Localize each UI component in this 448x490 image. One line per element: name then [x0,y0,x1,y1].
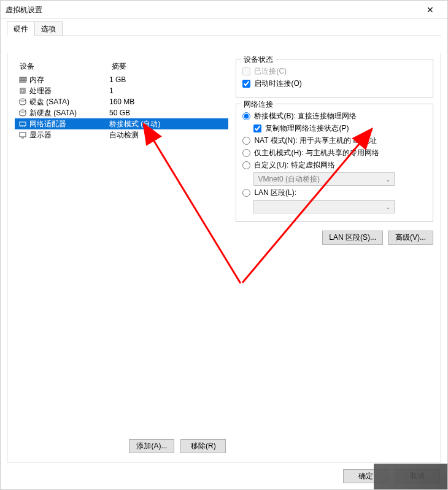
tab-hardware[interactable]: 硬件 [7,21,35,36]
network-legend: 网络连接 [241,99,276,110]
chevron-down-icon: ⌄ [385,204,390,210]
svg-rect-9 [20,122,26,126]
device-row[interactable]: 新硬盘 (SATA)50 GB [15,107,228,118]
window-title: 虚拟机设置 [6,1,42,19]
device-row[interactable]: 处理器1 [15,85,228,96]
svg-rect-0 [20,77,21,81]
device-summary: 1 [109,86,228,95]
device-summary: 50 GB [109,109,228,117]
titlebar: 虚拟机设置 ✕ [1,1,447,19]
hostonly-label: 仅主机模式(H): 与主机共享的专用网络 [254,148,379,158]
connect-on-start-label: 启动时连接(O) [254,78,301,89]
replicate-checkbox[interactable] [253,124,261,132]
display-icon [17,130,28,140]
device-list[interactable]: 内存1 GB处理器1硬盘 (SATA)160 MB新硬盘 (SATA)50 GB… [15,74,228,435]
net-icon [17,119,28,129]
device-summary: 1 GB [109,75,228,84]
tab-options[interactable]: 选项 [34,21,63,36]
custom-vmnet-dropdown: VMnet0 (自动桥接) ⌄ [253,172,395,186]
connected-checkbox [242,67,250,75]
hostonly-radio[interactable] [242,149,250,157]
device-list-header: 设备 摘要 [15,59,228,74]
replicate-label: 复制物理网络连接状态(P) [265,123,349,134]
corner-overlay [374,464,447,489]
lan-radio[interactable] [242,189,250,197]
device-row[interactable]: 显示器自动检测 [15,129,228,140]
bridged-radio[interactable] [242,112,250,120]
lan-label: LAN 区段(L): [254,188,296,198]
svg-rect-1 [21,77,23,81]
add-button[interactable]: 添加(A)... [129,439,174,453]
cpu-icon [17,86,28,96]
vm-settings-dialog: 虚拟机设置 ✕ 硬件 选项 设备 摘要 内存1 GB处理器1硬盘 (SATA)1… [0,0,448,490]
custom-radio[interactable] [242,161,250,169]
device-row[interactable]: 内存1 GB [15,74,228,85]
svg-point-7 [20,99,26,101]
device-summary: 桥接模式 (自动) [109,119,228,129]
advanced-button[interactable]: 高级(V)... [388,231,433,245]
close-icon[interactable]: ✕ [418,1,442,19]
svg-rect-2 [23,77,25,81]
nat-label: NAT 模式(N): 用于共享主机的 IP 地址 [254,136,376,146]
connect-on-start-checkbox[interactable] [242,80,250,88]
disk-icon [17,108,28,118]
svg-rect-13 [20,132,26,137]
device-summary: 160 MB [109,98,228,106]
device-name: 显示器 [28,130,109,140]
col-summary: 摘要 [112,61,228,72]
remove-button[interactable]: 移除(R) [180,439,226,453]
svg-rect-3 [25,77,26,81]
chevron-down-icon: ⌄ [385,176,390,183]
device-row[interactable]: 硬盘 (SATA)160 MB [15,96,228,107]
device-row[interactable]: 网络适配器桥接模式 (自动) [15,118,228,129]
device-name: 网络适配器 [28,119,109,129]
device-status-legend: 设备状态 [241,55,276,65]
device-name: 新硬盘 (SATA) [28,108,109,118]
lan-segments-button[interactable]: LAN 区段(S)... [322,231,383,245]
nat-radio[interactable] [242,137,250,145]
connected-label: 已连接(C) [254,66,287,77]
device-name: 内存 [28,75,109,85]
bridged-label: 桥接模式(B): 直接连接物理网络 [254,111,357,121]
disk-icon [17,97,28,107]
network-connection-group: 网络连接 桥接模式(B): 直接连接物理网络 复制物理网络连接状态(P) NAT… [236,104,433,222]
custom-label: 自定义(U): 特定虚拟网络 [254,160,334,170]
tab-bar: 硬件 选项 [7,23,441,36]
device-name: 处理器 [28,86,109,96]
svg-rect-5 [20,88,25,93]
custom-vmnet-value: VMnet0 (自动桥接) [258,174,320,185]
ram-icon [17,75,28,85]
svg-rect-6 [21,90,24,92]
col-device: 设备 [20,61,112,72]
lan-segment-dropdown: ⌄ [253,200,395,213]
device-name: 硬盘 (SATA) [28,97,109,107]
svg-point-8 [20,110,26,112]
device-status-group: 设备状态 已连接(C) 启动时连接(O) [236,59,433,98]
device-summary: 自动检测 [109,130,228,140]
